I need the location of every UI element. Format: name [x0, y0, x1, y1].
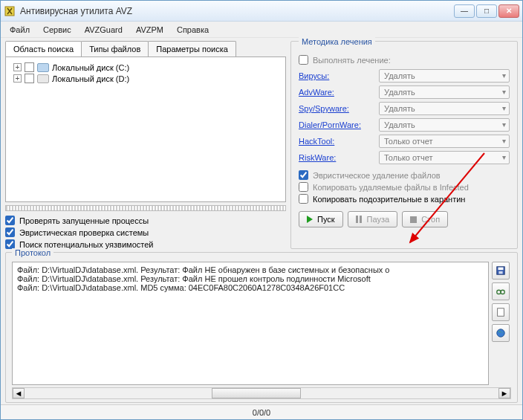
glasses-button[interactable]: [492, 282, 510, 300]
select-viruses[interactable]: Удалять: [379, 69, 510, 83]
new-page-button[interactable]: [492, 303, 510, 321]
select-riskware[interactable]: Только отчет: [379, 151, 510, 164]
checkbox[interactable]: [5, 227, 15, 237]
svg-rect-3: [498, 268, 504, 271]
check-label: Поиск потенциальных уязвимостей: [19, 240, 153, 249]
link-hacktool[interactable]: HackTool:: [299, 137, 373, 146]
titlebar: Антивирусная утилита AVZ — □ ✕: [1, 1, 522, 22]
menu-file[interactable]: Файл: [4, 23, 36, 36]
svg-point-6: [501, 290, 504, 294]
link-riskware[interactable]: RiskWare:: [299, 153, 373, 162]
drive-label: Локальный диск (D:): [52, 74, 129, 83]
checkbox[interactable]: [5, 216, 15, 225]
menubar: Файл Сервис AVZGuard AVZPM Справка: [1, 22, 522, 38]
check-copy-infected[interactable]: Копировать удаляемые файлы в Infected: [299, 182, 510, 192]
check-processes[interactable]: Проверять запущенные процессы: [5, 216, 286, 225]
window-title: Антивирусная утилита AVZ: [20, 6, 454, 16]
close-button[interactable]: ✕: [498, 4, 519, 18]
start-button[interactable]: Пуск: [299, 211, 343, 227]
drive-tree[interactable]: + Локальный диск (C:) + Локальный диск (…: [5, 56, 286, 202]
checkbox[interactable]: [299, 194, 308, 204]
play-icon: [307, 216, 313, 223]
statusbar: 0/0/0: [1, 404, 522, 419]
scrollbar-thumb[interactable]: [212, 388, 301, 398]
tab-search-params[interactable]: Параметры поиска: [148, 41, 236, 56]
log-line: Файл: D:\VirtualDJ\database.xml. MD5 сум…: [17, 283, 484, 292]
menu-help[interactable]: Справка: [171, 23, 215, 36]
checkbox[interactable]: [299, 170, 308, 180]
app-icon: [4, 5, 16, 17]
treatment-group: Методика лечения Выполнять лечение: Виру…: [290, 41, 518, 249]
stop-button[interactable]: Стоп: [402, 211, 448, 227]
tabstrip: Область поиска Типы файлов Параметры пои…: [5, 41, 286, 56]
select-spyware[interactable]: Удалять: [379, 102, 510, 115]
button-label: Стоп: [421, 215, 440, 224]
perform-treatment-check[interactable]: Выполнять лечение:: [299, 55, 510, 65]
svg-rect-8: [498, 308, 504, 317]
drive-node-d[interactable]: + Локальный диск (D:): [10, 73, 281, 84]
checkbox[interactable]: [299, 182, 308, 192]
check-label: Эвристическое удаление файлов: [313, 171, 441, 180]
menu-service[interactable]: Сервис: [37, 23, 77, 36]
scroll-right-button[interactable]: ►: [498, 388, 510, 398]
left-panel: Область поиска Типы файлов Параметры пои…: [5, 41, 286, 249]
svg-point-9: [497, 329, 505, 337]
link-spyware[interactable]: Spy/Spyware:: [299, 104, 373, 113]
protocol-title: Протокол: [12, 248, 53, 257]
drive-icon: [37, 63, 49, 72]
link-adware[interactable]: AdvWare:: [299, 88, 373, 97]
expand-icon[interactable]: +: [13, 74, 22, 83]
log-line: Файл: D:\VirtualDJ\database.xml. Результ…: [17, 274, 484, 283]
link-dialer[interactable]: Dialer/PornWare:: [299, 120, 373, 129]
button-label: Пауза: [367, 215, 390, 224]
protocol-log[interactable]: Файл: D:\VirtualDJ\database.xml. Результ…: [12, 262, 489, 385]
check-heuristic[interactable]: Эвристическая проверка системы: [5, 227, 286, 237]
drive-node-c[interactable]: + Локальный диск (C:): [10, 62, 281, 73]
drive-icon: [37, 74, 49, 83]
svg-rect-4: [498, 271, 502, 274]
minimize-button[interactable]: —: [454, 4, 475, 18]
menu-avzguard[interactable]: AVZGuard: [79, 23, 129, 36]
protocol-group: Протокол Файл: D:\VirtualDJ\database.xml…: [5, 252, 518, 403]
menu-avzpm[interactable]: AVZPM: [130, 23, 169, 36]
check-label: Выполнять лечение:: [313, 56, 391, 65]
check-label: Проверять запущенные процессы: [19, 216, 149, 225]
progress-strip: [5, 205, 286, 211]
stop-icon: [410, 216, 417, 223]
group-title: Методика лечения: [299, 37, 375, 46]
select-adware[interactable]: Удалять: [379, 85, 510, 99]
pause-button[interactable]: Пауза: [348, 211, 398, 227]
check-copy-quarantine[interactable]: Копировать подозрительные в карантин: [299, 194, 510, 204]
button-label: Пуск: [317, 215, 335, 224]
tab-search-area[interactable]: Область поиска: [5, 41, 82, 56]
globe-button[interactable]: [492, 324, 510, 342]
drive-checkbox[interactable]: [25, 74, 34, 83]
drive-checkbox[interactable]: [25, 62, 34, 72]
link-viruses[interactable]: Вирусы:: [299, 71, 373, 80]
status-text: 0/0/0: [253, 408, 270, 417]
check-label: Копировать подозрительные в карантин: [313, 195, 465, 204]
pause-icon: [356, 216, 363, 223]
expand-icon[interactable]: +: [13, 63, 22, 71]
log-line: Файл: D:\VirtualDJ\database.xml. Результ…: [17, 265, 484, 274]
tab-file-types[interactable]: Типы файлов: [81, 41, 149, 56]
select-hacktool[interactable]: Только отчет: [379, 135, 510, 148]
horizontal-scrollbar[interactable]: ◄ ►: [12, 387, 511, 399]
app-window: Антивирусная утилита AVZ — □ ✕ Файл Серв…: [0, 0, 523, 420]
select-dialer[interactable]: Удалять: [379, 118, 510, 132]
drive-label: Локальный диск (C:): [52, 63, 129, 72]
maximize-button[interactable]: □: [476, 4, 497, 18]
svg-point-5: [497, 290, 501, 294]
scan-options: Проверять запущенные процессы Эвристичес…: [5, 216, 286, 249]
action-buttons: Пуск Пауза Стоп: [299, 211, 510, 227]
checkbox[interactable]: [299, 55, 308, 65]
protocol-toolbar: [492, 262, 511, 385]
scroll-left-button[interactable]: ◄: [13, 388, 25, 398]
save-log-button[interactable]: [492, 262, 510, 280]
check-label: Копировать удаляемые файлы в Infected: [313, 183, 469, 192]
check-heur-delete[interactable]: Эвристическое удаление файлов: [299, 170, 510, 180]
check-label: Эвристическая проверка системы: [19, 228, 149, 237]
